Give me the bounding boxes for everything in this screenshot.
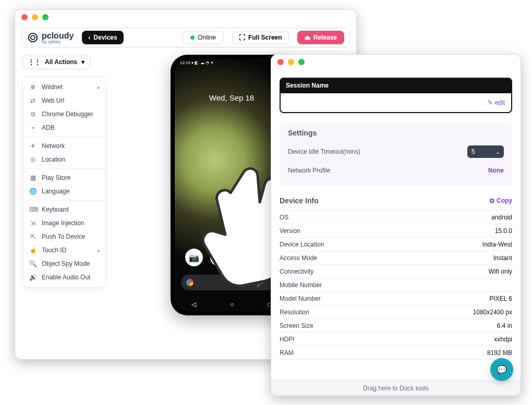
action-label: Object Spy Mode: [42, 260, 90, 267]
chevron-left-icon: ‹: [88, 34, 90, 41]
phone-searchbar[interactable]: 🎤 ⌕: [181, 275, 282, 290]
actions-menu: ⊕Wildnet▸⇄Web Url⧉Chrome Debugger⌁ADB✈Ne…: [22, 77, 106, 288]
edit-session-button[interactable]: ✎ edit: [488, 99, 505, 106]
copy-button[interactable]: ⧉ Copy: [490, 197, 512, 204]
svg-point-0: [29, 33, 38, 42]
info-value: 15.0.0: [495, 227, 512, 235]
status-left: 12:15 ▾ ◧ ☁ ◔ ✦: [180, 60, 214, 65]
minimize-icon[interactable]: [32, 14, 38, 20]
session-name-header: Session Name: [280, 78, 512, 93]
info-value: Wifi only: [489, 268, 512, 275]
action-label: Chrome Debugger: [42, 111, 93, 118]
dock-dropzone[interactable]: Drag here to Dock tools: [271, 380, 521, 396]
info-row-connectivity: ConnectivityWifi only: [280, 265, 512, 278]
all-actions-label: All Actions: [45, 58, 77, 66]
chat-fab-button[interactable]: 💬: [490, 358, 513, 381]
fullscreen-button[interactable]: ⛶ Full Screen: [232, 31, 289, 44]
messages-app-icon[interactable]: 💬: [235, 249, 253, 266]
info-key: Mobile Number: [280, 281, 322, 289]
all-actions-button[interactable]: ⋮⋮ All Actions ▾: [22, 55, 90, 69]
info-value: Instant: [493, 254, 512, 262]
mic-icon[interactable]: 🎤: [256, 278, 267, 288]
nav-back-icon[interactable]: ◁: [191, 301, 196, 308]
info-key: Access Mode: [280, 254, 317, 262]
phone-app-icon[interactable]: 📞: [210, 249, 228, 266]
status-dot-icon: [190, 35, 195, 40]
info-key: Version: [280, 227, 300, 235]
close-icon[interactable]: [277, 59, 284, 65]
panel-titlebar: [271, 55, 521, 69]
chevron-right-icon: ▸: [98, 84, 100, 90]
online-label: Online: [198, 34, 216, 41]
actions-item-object-spy-mode[interactable]: 🔍Object Spy Mode: [23, 257, 105, 271]
info-value: xxhdpi: [494, 336, 512, 343]
action-icon: ⇱: [29, 233, 37, 240]
nav-home-icon[interactable]: ○: [230, 301, 234, 308]
actions-item-adb[interactable]: ⌁ADB: [23, 121, 105, 134]
chevron-down-icon: ⌄: [495, 149, 500, 155]
info-row-mobile-number: Mobile Number: [280, 278, 512, 292]
info-row-screen-size: Screen Size6.4 in: [280, 319, 512, 333]
idle-timeout-value: 5: [471, 148, 475, 155]
action-label: Location: [42, 156, 65, 163]
session-name-field[interactable]: ✎ edit: [280, 93, 512, 113]
settings-title: Settings: [288, 129, 504, 137]
release-button[interactable]: ⏏ Release: [297, 31, 344, 44]
idle-timeout-label: Device Idle Timeout(mins): [288, 148, 360, 155]
info-row-version: Version15.0.0: [280, 224, 512, 238]
actions-item-push-to-device[interactable]: ⇱Push To Device: [23, 230, 105, 243]
info-row-os: OSandroid: [280, 211, 512, 224]
pcloudy-icon: [27, 32, 39, 43]
network-profile-value[interactable]: None: [488, 167, 504, 174]
google-icon: [186, 279, 194, 286]
actions-item-network[interactable]: ✈Network: [23, 139, 105, 153]
maximize-icon[interactable]: [298, 59, 305, 65]
action-label: Touch ID: [42, 247, 66, 254]
actions-item-keyboard[interactable]: ⌨Keyboard: [23, 203, 105, 216]
side-panel-window: Session Name ✎ edit Settings Device Idle…: [271, 54, 521, 396]
action-icon: ⌁: [29, 124, 37, 131]
action-icon: 🔍: [29, 260, 37, 267]
action-icon: ⌨: [29, 206, 37, 213]
copy-label: Copy: [497, 197, 512, 204]
release-icon: ⏏: [305, 34, 310, 41]
actions-item-language[interactable]: 🌐Language: [23, 185, 105, 198]
camera-app-icon[interactable]: 📷: [185, 249, 203, 266]
actions-item-play-store[interactable]: ▦Play Store: [23, 171, 105, 185]
actions-item-touch-id[interactable]: ☝Touch ID▸: [23, 243, 105, 257]
chevron-down-icon: ▾: [81, 58, 84, 66]
close-icon[interactable]: [21, 14, 28, 20]
action-label: Language: [42, 188, 69, 195]
info-row-resolution: Resolution1080x2400 px: [280, 305, 512, 319]
actions-item-wildnet[interactable]: ⊕Wildnet▸: [23, 80, 105, 94]
brand-logo: pcloudy by opkey: [27, 31, 74, 44]
actions-item-web-url[interactable]: ⇄Web Url: [23, 94, 105, 107]
settings-card: Settings Device Idle Timeout(mins) 5 ⌄ N…: [280, 122, 512, 186]
minimize-icon[interactable]: [288, 59, 294, 65]
devices-button[interactable]: ‹ Devices: [82, 31, 123, 44]
info-key: OS: [280, 214, 288, 221]
action-label: Push To Device: [42, 233, 85, 240]
info-value: 6.4 in: [497, 322, 512, 329]
action-label: Keyboard: [42, 206, 68, 213]
actions-item-image-injection[interactable]: ⇲Image Injection: [23, 216, 105, 230]
info-key: RAM: [280, 349, 294, 357]
action-label: Image Injection: [42, 219, 84, 227]
actions-item-chrome-debugger[interactable]: ⧉Chrome Debugger: [23, 107, 105, 121]
main-titlebar: [15, 10, 356, 24]
maximize-icon[interactable]: [42, 14, 49, 20]
grip-icon: ⋮⋮: [28, 58, 41, 66]
copy-icon: ⧉: [490, 197, 494, 204]
edit-icon: ✎: [488, 99, 493, 106]
info-row-model-number: Model NumberPIXEL 6: [280, 292, 512, 305]
info-value: android: [491, 214, 512, 221]
action-label: Play Store: [42, 174, 70, 181]
info-row-device-location: Device LocationIndia-West: [280, 238, 512, 251]
actions-item-enable-audio-out[interactable]: 🔊Enable Audio Out: [23, 271, 105, 284]
idle-timeout-select[interactable]: 5 ⌄: [467, 145, 504, 158]
info-value: India-West: [482, 241, 512, 248]
devices-label: Devices: [93, 34, 117, 41]
action-icon: 🌐: [29, 188, 37, 195]
phone-statusbar: 12:15 ▾ ◧ ☁ ◔ ✦ ◢ ▮: [180, 60, 283, 65]
actions-item-location[interactable]: ◎Location: [23, 153, 105, 166]
